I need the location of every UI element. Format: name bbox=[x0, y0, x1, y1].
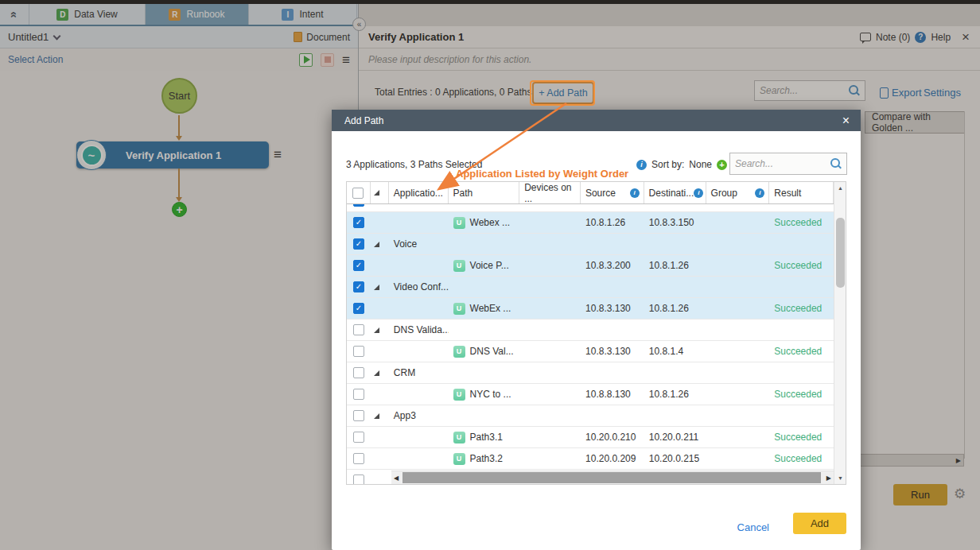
result-text: Succeeded bbox=[774, 346, 822, 357]
column-header-label: Result bbox=[774, 188, 801, 199]
row-checkbox[interactable]: ✓ bbox=[353, 260, 364, 271]
destination-ip: 10.8.1.4 bbox=[649, 346, 683, 357]
modal-close-icon[interactable]: × bbox=[842, 114, 850, 127]
table-row[interactable]: CRM bbox=[347, 362, 834, 384]
result-text: Succeeded bbox=[774, 389, 822, 400]
expand-toggle-icon[interactable] bbox=[374, 242, 379, 247]
info-icon[interactable]: i bbox=[755, 188, 764, 198]
destination-ip: 10.8.3.150 bbox=[649, 217, 694, 228]
column-header[interactable]: Path bbox=[449, 182, 520, 203]
row-checkbox[interactable]: ✓ bbox=[353, 204, 364, 207]
add-button[interactable]: Add bbox=[793, 513, 846, 534]
row-checkbox[interactable] bbox=[353, 346, 364, 357]
header-checkbox-cell bbox=[347, 182, 371, 203]
row-checkbox[interactable] bbox=[353, 410, 364, 421]
info-icon[interactable]: i bbox=[694, 188, 703, 198]
vertical-scroll-thumb[interactable] bbox=[836, 218, 845, 288]
table-row[interactable]: ✓Video Conf... bbox=[347, 277, 834, 298]
table-row[interactable]: ✓UVoice P...10.8.3.20010.8.1.26Succeeded bbox=[347, 255, 834, 277]
column-header-label: Devices on ... bbox=[524, 182, 580, 204]
scroll-right-icon[interactable]: ▶ bbox=[826, 474, 831, 482]
application-name: CRM bbox=[394, 367, 415, 378]
destination-ip: 10.8.1.26 bbox=[649, 260, 689, 271]
header-expand-cell bbox=[371, 182, 389, 203]
column-header[interactable]: Destinati...i bbox=[644, 182, 706, 203]
row-checkbox[interactable] bbox=[353, 324, 364, 335]
expand-toggle-icon[interactable] bbox=[374, 370, 379, 376]
destination-ip: 10.20.0.215 bbox=[649, 453, 699, 464]
column-header[interactable]: Groupi bbox=[706, 182, 770, 203]
application-name: App3 bbox=[394, 410, 416, 421]
column-header-label: Group bbox=[711, 188, 737, 199]
annotation-label: Application Listed by Weight Order bbox=[456, 168, 628, 180]
info-icon[interactable]: i bbox=[630, 188, 640, 198]
table-horizontal-scrollbar[interactable]: ◀ ▶ bbox=[391, 471, 834, 484]
source-ip: 10.8.3.200 bbox=[585, 260, 631, 271]
column-header[interactable]: Devices on ... bbox=[519, 182, 581, 203]
expand-toggle-icon[interactable] bbox=[374, 327, 379, 333]
info-icon[interactable]: i bbox=[636, 160, 647, 170]
sort-by-value[interactable]: None bbox=[689, 159, 712, 170]
add-path-modal: Add Path × 3 Applications, 3 Paths Selec… bbox=[332, 110, 861, 550]
row-checkbox[interactable] bbox=[353, 432, 364, 443]
horizontal-scroll-thumb[interactable] bbox=[402, 472, 821, 483]
table-row[interactable]: DNS Valida... bbox=[347, 320, 834, 341]
expand-toggle-icon[interactable] bbox=[374, 413, 379, 419]
table-row[interactable]: ✓UWebEx ...10.8.3.13010.8.1.26Succeeded bbox=[347, 298, 834, 320]
row-checkbox[interactable]: ✓ bbox=[353, 281, 364, 292]
table-row[interactable]: UDNS Val...10.8.3.13010.8.1.4Succeeded bbox=[347, 341, 834, 362]
sort-by-label: Sort by: bbox=[651, 159, 684, 170]
result-text: Succeeded bbox=[774, 453, 822, 464]
expand-toggle-icon[interactable] bbox=[374, 285, 379, 290]
collapse-all-icon[interactable] bbox=[374, 190, 379, 196]
search-icon bbox=[830, 158, 842, 170]
table-row[interactable]: ✓UWebex ...10.8.1.2610.8.3.150Succeeded bbox=[347, 212, 834, 234]
source-ip: 10.8.1.26 bbox=[585, 217, 625, 228]
path-name: Path3.2 bbox=[470, 453, 503, 464]
row-checkbox[interactable] bbox=[353, 453, 364, 464]
table-row[interactable]: UPath3.210.20.0.20910.20.0.215Succeeded bbox=[347, 448, 834, 470]
destination-ip: 10.20.0.211 bbox=[649, 432, 699, 443]
path-name: Path3.1 bbox=[470, 432, 503, 443]
scroll-down-icon[interactable]: ▼ bbox=[834, 475, 846, 481]
path-name: WebEx ... bbox=[470, 303, 511, 314]
table-row[interactable]: UPath3.110.20.0.21010.20.0.211Succeeded bbox=[347, 427, 834, 448]
path-table-header: Applicatio...PathDevices on ...SourceiDe… bbox=[347, 182, 834, 204]
table-row-partial: ✓ bbox=[347, 204, 834, 212]
table-vertical-scrollbar[interactable]: ▲ ▼ bbox=[834, 182, 846, 484]
path-name: DNS Val... bbox=[470, 346, 514, 357]
add-sort-icon[interactable]: + bbox=[717, 160, 727, 170]
scroll-left-icon[interactable]: ◀ bbox=[394, 474, 399, 482]
destination-ip: 10.8.1.26 bbox=[649, 303, 689, 314]
modal-search-input[interactable] bbox=[730, 158, 830, 169]
row-checkbox[interactable] bbox=[353, 474, 364, 484]
row-checkbox[interactable]: ✓ bbox=[353, 238, 364, 250]
row-checkbox[interactable] bbox=[353, 367, 364, 378]
path-type-icon: U bbox=[453, 303, 465, 315]
path-type-icon: U bbox=[453, 389, 465, 401]
path-type-icon: U bbox=[453, 453, 465, 465]
row-checkbox[interactable] bbox=[353, 389, 364, 400]
scroll-up-icon[interactable]: ▲ bbox=[834, 185, 846, 191]
table-row[interactable]: ✓Voice bbox=[347, 234, 834, 255]
result-text: Succeeded bbox=[774, 217, 822, 228]
column-header[interactable]: Sourcei bbox=[581, 182, 644, 203]
table-row[interactable]: App3 bbox=[347, 405, 834, 427]
row-checkbox[interactable]: ✓ bbox=[353, 217, 364, 228]
column-header-label: Destinati... bbox=[649, 188, 694, 199]
path-type-icon: U bbox=[453, 260, 465, 272]
source-ip: 10.8.3.130 bbox=[585, 346, 631, 357]
source-ip: 10.8.3.130 bbox=[585, 303, 631, 314]
table-row[interactable]: UNYC to ...10.8.8.13010.8.1.26Succeeded bbox=[347, 384, 834, 405]
path-name: Voice P... bbox=[470, 260, 509, 271]
application-name: Video Conf... bbox=[394, 281, 449, 292]
source-ip: 10.20.0.209 bbox=[585, 453, 636, 464]
row-checkbox[interactable]: ✓ bbox=[353, 303, 364, 314]
modal-search-box[interactable] bbox=[729, 153, 847, 175]
column-header[interactable]: Applicatio... bbox=[389, 182, 449, 203]
column-header[interactable]: Result bbox=[769, 182, 834, 203]
select-all-checkbox[interactable] bbox=[352, 188, 364, 199]
cancel-button[interactable]: Cancel bbox=[737, 517, 769, 538]
path-name: Webex ... bbox=[470, 217, 510, 228]
source-ip: 10.20.0.210 bbox=[585, 432, 636, 443]
